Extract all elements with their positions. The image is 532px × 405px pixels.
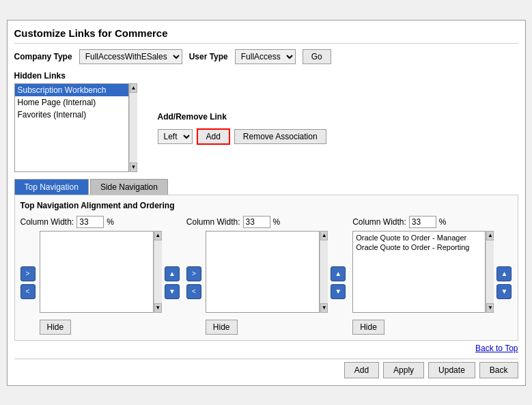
- col2-scroll-down[interactable]: ▼: [320, 303, 328, 313]
- add-remove-section: Add/Remove Link Left Add Remove Associat…: [158, 71, 326, 172]
- col3-scroll-down[interactable]: ▼: [486, 303, 494, 313]
- col3-hide-button[interactable]: Hide: [352, 320, 384, 335]
- col3-up-down-arrows: ▲ ▼: [496, 231, 512, 335]
- col3-width-input[interactable]: [409, 216, 436, 228]
- back-to-top-row: Back to Top: [14, 341, 518, 356]
- col3-width-label: Column Width:: [352, 217, 406, 227]
- tab-side-navigation[interactable]: Side Navigation: [90, 179, 168, 195]
- col2-width-label: Column Width:: [186, 217, 240, 227]
- nav-section: Top Navigation Alignment and Ordering Co…: [14, 195, 518, 341]
- scroll-down-arrow[interactable]: ▼: [130, 163, 137, 172]
- col1-width-unit: %: [107, 217, 114, 227]
- back-to-top-link[interactable]: Back to Top: [475, 344, 518, 353]
- col2-scrollbar[interactable]: ▲ ▼: [320, 231, 328, 313]
- col2-scroll-up[interactable]: ▲: [320, 231, 328, 240]
- col1-move-right-btn[interactable]: >: [20, 266, 36, 281]
- apply-button[interactable]: Apply: [383, 362, 424, 378]
- list-item[interactable]: Favorites (Internal): [15, 109, 129, 121]
- col1-width-label: Column Width:: [20, 217, 74, 227]
- col1-up-btn[interactable]: ▲: [165, 266, 180, 281]
- col1-move-left-btn[interactable]: <: [20, 284, 36, 299]
- col3-listbox[interactable]: Oracle Quote to Order - Manager Oracle Q…: [352, 231, 486, 313]
- col1-hide-button[interactable]: Hide: [40, 320, 72, 335]
- update-button[interactable]: Update: [428, 362, 475, 378]
- add-link-button[interactable]: Add: [197, 128, 230, 145]
- hidden-links-section: Hidden Links Subscription Workbench Home…: [14, 71, 518, 172]
- col3-list-area: Oracle Quote to Order - Manager Oracle Q…: [352, 231, 512, 335]
- col3-scroll-up[interactable]: ▲: [486, 231, 494, 240]
- add-remove-header: Add/Remove Link: [158, 112, 227, 122]
- col3-width-unit: %: [439, 217, 447, 227]
- user-type-select[interactable]: FullAccess: [235, 49, 296, 64]
- user-type-label: User Type: [189, 52, 228, 61]
- hidden-links-header: Hidden Links: [14, 71, 137, 81]
- col1-scroll-up[interactable]: ▲: [154, 231, 162, 240]
- list-item[interactable]: Home Page (Internal): [15, 96, 129, 109]
- go-button[interactable]: Go: [303, 49, 331, 64]
- col1-width-input[interactable]: [76, 216, 104, 228]
- column-1: Column Width: % > <: [20, 216, 180, 335]
- col2-between-arrows: > <: [186, 266, 201, 299]
- col2-up-down-arrows: ▲ ▼: [331, 231, 346, 335]
- top-controls: Company Type FullAccessWithESales User T…: [14, 49, 518, 64]
- remove-association-button[interactable]: Remove Association: [234, 129, 326, 144]
- col1-scroll-down[interactable]: ▼: [154, 303, 162, 313]
- navigation-tabs: Top Navigation Side Navigation: [14, 179, 518, 195]
- column-2: Column Width: % > <: [186, 216, 346, 335]
- hidden-links-box: Hidden Links Subscription Workbench Home…: [14, 71, 137, 172]
- add-button[interactable]: Add: [344, 362, 379, 378]
- col3-width-row: Column Width: %: [352, 216, 512, 228]
- listbox-scrollbar[interactable]: ▲ ▼: [129, 83, 137, 172]
- col1-listbox[interactable]: [40, 231, 154, 313]
- col3-scrollbar[interactable]: ▲ ▼: [486, 231, 494, 313]
- list-item[interactable]: Subscription Workbench: [15, 84, 129, 96]
- col2-up-btn[interactable]: ▲: [331, 266, 346, 281]
- add-remove-row: Left Add Remove Association: [158, 128, 326, 145]
- col2-down-btn[interactable]: ▼: [331, 284, 346, 299]
- col2-width-input[interactable]: [243, 216, 270, 228]
- list-item[interactable]: Oracle Quote to Order - Reporting: [354, 242, 484, 252]
- scroll-up-arrow[interactable]: ▲: [130, 83, 137, 93]
- col2-width-row: Column Width: %: [186, 216, 346, 228]
- col1-scrollbar[interactable]: ▲ ▼: [154, 231, 162, 313]
- columns-row: Column Width: % > <: [20, 216, 512, 335]
- tab-top-navigation[interactable]: Top Navigation: [14, 179, 89, 195]
- company-type-label: Company Type: [14, 52, 72, 61]
- col2-move-right-btn[interactable]: >: [186, 266, 201, 281]
- col1-list-area: > < ▲ ▼: [20, 231, 180, 335]
- col1-down-btn[interactable]: ▼: [165, 284, 180, 299]
- nav-section-title: Top Navigation Alignment and Ordering: [20, 201, 512, 210]
- col2-move-left-btn[interactable]: <: [186, 284, 201, 299]
- col2-list-area: > < ▲ ▼: [186, 231, 346, 335]
- back-button[interactable]: Back: [479, 362, 518, 378]
- col1-width-row: Column Width: %: [20, 216, 180, 228]
- bottom-buttons: Add Apply Update Back: [14, 359, 518, 378]
- col3-down-btn[interactable]: ▼: [496, 284, 512, 299]
- company-type-select[interactable]: FullAccessWithESales: [79, 49, 182, 64]
- col3-up-btn[interactable]: ▲: [496, 266, 512, 281]
- col2-hide-button[interactable]: Hide: [206, 320, 238, 335]
- col2-width-unit: %: [273, 217, 281, 227]
- page-title: Customize Links for Commerce: [14, 27, 518, 44]
- hidden-links-listbox[interactable]: Subscription Workbench Home Page (Intern…: [14, 83, 130, 172]
- direction-select[interactable]: Left: [158, 129, 193, 144]
- column-3: Column Width: % Oracle Quote to Order - …: [352, 216, 512, 335]
- list-item[interactable]: Oracle Quote to Order - Manager: [354, 233, 484, 242]
- col1-up-down-arrows: ▲ ▼: [165, 231, 180, 335]
- col2-listbox[interactable]: [206, 231, 320, 313]
- col1-between-arrows: > <: [20, 266, 36, 299]
